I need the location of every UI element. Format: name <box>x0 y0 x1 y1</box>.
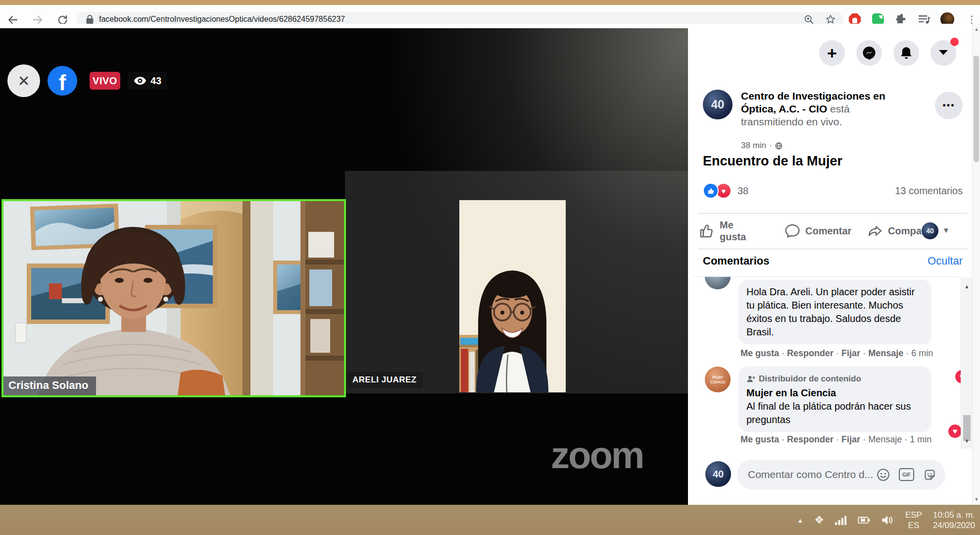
comment-message-link[interactable]: Mensaje <box>868 348 903 358</box>
post-header-text: Centro de Investigaciones en Óptica, A.C… <box>741 90 898 128</box>
like-reaction-icon[interactable] <box>703 183 719 199</box>
comment-input-placeholder: Comentar como Centro d... <box>748 469 873 481</box>
comment-text: Hola Dra. Areli. Un placer poder asistir… <box>746 286 915 337</box>
comment-message-link[interactable]: Mensaje <box>868 434 902 444</box>
person-plus-icon <box>746 375 755 383</box>
share-arrow-icon <box>867 223 883 239</box>
share-identity-caret-icon[interactable]: ▼ <box>942 226 950 234</box>
eye-icon <box>134 76 147 85</box>
like-button-label: Me gusta <box>720 219 750 243</box>
hide-comments-link[interactable]: Ocultar <box>891 255 963 268</box>
comment-meta-row: Me gusta · Responder · Fijar · Mensaje ·… <box>740 434 931 445</box>
playlist-icon <box>918 14 931 25</box>
bell-icon <box>899 46 913 60</box>
language-indicator[interactable]: ESP ES <box>905 510 922 531</box>
like-button[interactable]: Me gusta <box>699 216 750 245</box>
lock-icon <box>86 14 94 24</box>
browser-toolbar: facebook.com/CentroInvestigacionesOptica… <box>0 5 980 24</box>
gif-icon[interactable]: GIF <box>899 468 914 481</box>
video-tile-secondary[interactable] <box>459 200 566 392</box>
comment-reply-link[interactable]: Responder <box>787 434 833 444</box>
speaker-icon[interactable] <box>882 515 894 526</box>
comments-scrollbar-thumb[interactable] <box>963 415 971 441</box>
share-as-avatar[interactable]: 40 <box>922 222 938 239</box>
post-more-button[interactable]: ••• <box>935 92 963 119</box>
notifications-button[interactable] <box>893 40 919 66</box>
commenter-name[interactable]: Mujer en la Ciencia <box>746 386 924 400</box>
dropbox-tray-icon[interactable]: ❖ <box>814 515 824 526</box>
cio-logo-text: 40 <box>711 98 725 111</box>
messenger-button[interactable] <box>856 40 882 66</box>
create-button[interactable]: + <box>819 40 845 66</box>
page-name[interactable]: Centro de Investigaciones en Óptica, A.C… <box>741 90 885 114</box>
desktop-background-strip <box>0 0 980 5</box>
messenger-icon <box>862 46 877 60</box>
secondary-video-frame <box>459 200 566 392</box>
comments-list[interactable]: Hola Dra. Areli. Un placer poder asistir… <box>693 277 960 449</box>
chevron-down-icon <box>938 50 948 56</box>
scroll-down-icon[interactable]: ▼ <box>961 438 973 444</box>
viewer-count: 43 <box>150 75 161 87</box>
divider <box>698 213 968 214</box>
comment-count[interactable]: 13 comentarios <box>895 185 963 197</box>
thumb-icon <box>707 187 715 195</box>
show-hidden-icons[interactable]: ▲ <box>797 517 803 524</box>
post-title: Encuentro de la Mujer <box>703 154 842 169</box>
comment-reply-link[interactable]: Responder <box>787 348 833 358</box>
emoji-icon[interactable] <box>877 468 890 482</box>
tray-date: 24/09/2020 <box>933 520 975 531</box>
speaker-video-frame <box>3 201 344 395</box>
live-video-player[interactable]: Cristina Solano <box>0 28 688 505</box>
comment-pin-link[interactable]: Fijar <box>841 434 860 444</box>
comment-bubble: Hola Dra. Areli. Un placer poder asistir… <box>738 280 931 344</box>
network-signal-icon[interactable] <box>835 515 847 525</box>
sticker-icon[interactable] <box>923 468 936 482</box>
composer-avatar[interactable]: 40 <box>705 461 731 487</box>
commenter-avatar[interactable] <box>705 277 731 289</box>
url-text: facebook.com/CentroInvestigacionesOptica… <box>99 15 345 24</box>
zoom-watermark: zoom <box>551 433 643 477</box>
facebook-f-icon: f <box>59 70 66 95</box>
screen: facebook.com/CentroInvestigacionesOptica… <box>0 0 980 535</box>
comment-time: 6 min <box>911 348 933 358</box>
heart-icon: ♥ <box>953 427 958 436</box>
facebook-logo[interactable]: f <box>48 66 77 96</box>
clock[interactable]: 10:05 a. m. 24/09/2020 <box>933 510 975 531</box>
post-timestamp[interactable]: 38 min· <box>741 141 783 151</box>
battery-charging-icon[interactable] <box>858 515 871 525</box>
tray-time: 10:05 a. m. <box>933 510 975 520</box>
divider <box>698 249 968 249</box>
page-avatar[interactable]: 40 <box>703 90 733 119</box>
system-tray: ▲ ❖ ESP ES 10:05 a. m. 24/09/2020 <box>797 508 975 533</box>
participant-name-label: ARELI JUAREZ <box>346 372 423 388</box>
comment-button[interactable]: Comentar <box>784 216 851 245</box>
comment-like-link[interactable]: Me gusta <box>740 348 779 358</box>
commenter-avatar[interactable]: Mujer Ciencia <box>705 367 731 392</box>
comment-text: Al final de la plática podrán hacer sus … <box>746 400 924 427</box>
comment-meta-row: Me gusta · Responder · Fijar · Mensaje ·… <box>740 348 933 359</box>
comment-pin-link[interactable]: Fijar <box>841 348 860 358</box>
comments-scrollbar[interactable]: ▲ ▼ <box>961 277 973 449</box>
page-scrollbar-thumb[interactable] <box>974 55 979 162</box>
reaction-summary-row: ♥ 38 13 comentarios <box>703 182 963 199</box>
close-icon: ✕ <box>17 72 30 90</box>
comment-bubble-icon <box>784 223 800 239</box>
comment-bubble: Distribuidor de contenido Mujer en la Ci… <box>738 367 931 432</box>
viewer-count-badge: 43 <box>128 72 167 90</box>
commenter-badge: Distribuidor de contenido <box>746 372 924 385</box>
close-video-button[interactable]: ✕ <box>7 64 40 97</box>
scroll-up-icon[interactable]: ▲ <box>973 27 980 32</box>
globe-icon <box>775 142 783 150</box>
comment-input[interactable]: Comentar como Centro d... GIF <box>737 460 945 489</box>
bookmark-star-icon[interactable] <box>825 14 836 25</box>
scroll-up-icon[interactable]: ▲ <box>961 283 973 289</box>
participant-name-label: Cristina Solano <box>3 376 96 395</box>
video-tile-active-speaker[interactable]: Cristina Solano <box>1 199 346 397</box>
comment-button-label: Comentar <box>805 225 851 237</box>
thumb-outline-icon <box>699 223 715 239</box>
page-scrollbar[interactable]: ▲ ▼ <box>972 24 980 505</box>
scroll-down-icon[interactable]: ▼ <box>973 497 980 502</box>
reaction-count[interactable]: 38 <box>737 185 748 197</box>
zoom-page-icon[interactable] <box>804 14 814 25</box>
comment-like-link[interactable]: Me gusta <box>740 434 779 444</box>
